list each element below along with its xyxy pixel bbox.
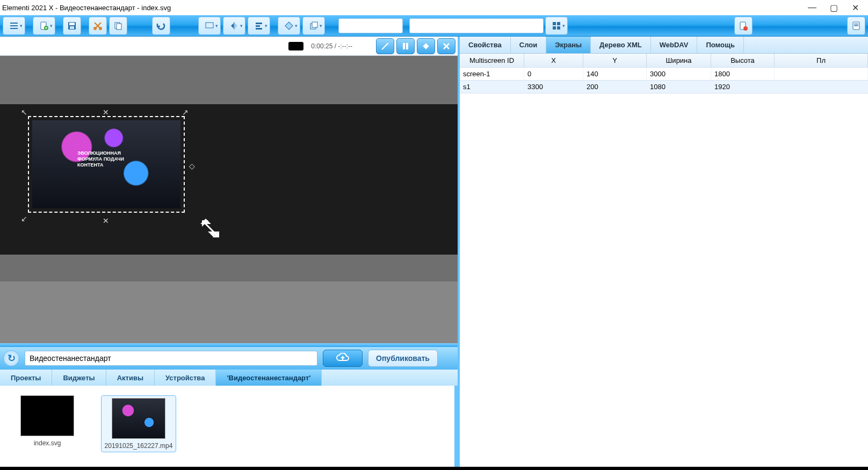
preview-toolbar: 0:00:25 / -:--:-- bbox=[0, 37, 458, 56]
undo-icon bbox=[156, 21, 167, 31]
maximize-button[interactable]: ▢ bbox=[823, 0, 844, 15]
svg-rect-9 bbox=[70, 26, 74, 29]
save-icon bbox=[67, 21, 77, 31]
align-button[interactable] bbox=[248, 17, 270, 35]
tab-properties[interactable]: Свойства bbox=[460, 37, 511, 53]
tab-webdav[interactable]: WebDAV bbox=[651, 37, 698, 53]
diamond-icon bbox=[284, 20, 294, 31]
svg-rect-17 bbox=[256, 28, 262, 30]
handle-top[interactable]: ✕ bbox=[102, 109, 110, 116]
toolbar-field-2[interactable] bbox=[409, 18, 544, 33]
canvas[interactable]: ЭВОЛЮЦИОННАЯ ФОРМУЛА ПОДАЧИ КОНТЕНТА ◇ ◇… bbox=[0, 56, 458, 281]
document-alert-icon bbox=[739, 21, 748, 31]
tab-screens[interactable]: Экраны bbox=[546, 37, 591, 53]
pause-button[interactable] bbox=[396, 38, 415, 54]
preview-time: 0:00:25 / -:--:-- bbox=[311, 42, 352, 50]
cut-button[interactable] bbox=[89, 17, 107, 35]
grid-icon bbox=[552, 21, 561, 31]
svg-rect-23 bbox=[553, 26, 556, 30]
right-tabs: Свойства Слои Экраны Дерево XML WebDAV П… bbox=[460, 37, 868, 54]
grid-button[interactable] bbox=[545, 17, 568, 35]
toolbar-field-1[interactable] bbox=[338, 18, 403, 33]
preview-mini-icon bbox=[288, 42, 303, 50]
svg-rect-16 bbox=[256, 25, 260, 27]
project-name-input[interactable] bbox=[25, 351, 317, 366]
table-row[interactable]: screen-1 0 140 3000 1800 bbox=[460, 68, 868, 81]
cloud-upload-button[interactable] bbox=[323, 350, 363, 367]
handle-right[interactable]: ◇ bbox=[188, 162, 196, 170]
tab-xml-tree[interactable]: Дерево XML bbox=[591, 37, 651, 53]
table-row[interactable]: s1 3300 200 1080 1920 bbox=[460, 81, 868, 93]
layers-icon bbox=[309, 21, 319, 31]
next-button[interactable] bbox=[417, 38, 435, 54]
refresh-button[interactable]: ↻ bbox=[3, 350, 19, 366]
col-last[interactable]: Пл bbox=[775, 54, 868, 67]
asset-panel: index.svg 20191025_162227.mp4 bbox=[0, 386, 458, 467]
new-button[interactable] bbox=[33, 17, 55, 35]
handle-bottom[interactable]: ✕ bbox=[102, 217, 110, 225]
svg-rect-21 bbox=[553, 22, 556, 25]
left-panel: 0:00:25 / -:--:-- ЭВОЛЮЦИОННАЯ bbox=[0, 37, 460, 467]
menu-button[interactable] bbox=[3, 17, 25, 35]
wand-button[interactable] bbox=[376, 38, 394, 54]
screen-icon bbox=[205, 21, 214, 30]
undo-button[interactable] bbox=[152, 17, 170, 35]
svg-rect-31 bbox=[406, 43, 408, 49]
bottom-border bbox=[0, 467, 868, 470]
video-caption: ЭВОЛЮЦИОННАЯ ФОРМУЛА ПОДАЧИ КОНТЕНТА bbox=[77, 150, 124, 168]
tab-help[interactable]: Помощь bbox=[697, 37, 743, 53]
col-height[interactable]: Высота bbox=[711, 54, 775, 67]
svg-rect-18 bbox=[285, 22, 293, 30]
svg-rect-24 bbox=[557, 26, 560, 30]
handle-tr[interactable]: ↗ bbox=[182, 109, 189, 116]
flip-icon bbox=[229, 21, 239, 31]
doc-button[interactable] bbox=[847, 17, 865, 35]
flip-button[interactable] bbox=[223, 17, 245, 35]
close-preview-button[interactable] bbox=[437, 38, 455, 54]
publish-button[interactable]: Опубликовать bbox=[368, 350, 438, 367]
copy-button[interactable] bbox=[109, 17, 127, 35]
col-width[interactable]: Ширина bbox=[647, 54, 711, 67]
tab-current-project[interactable]: 'Видеостенанестандарт' bbox=[216, 370, 322, 386]
shape-button[interactable] bbox=[278, 17, 300, 35]
svg-rect-20 bbox=[312, 22, 317, 27]
layer-button[interactable] bbox=[302, 17, 325, 35]
svg-rect-13 bbox=[117, 24, 121, 30]
tab-projects[interactable]: Проекты bbox=[0, 370, 52, 386]
col-id[interactable]: Multiscreen ID bbox=[460, 54, 524, 67]
tab-assets[interactable]: Активы bbox=[106, 370, 155, 386]
pause-icon bbox=[402, 42, 409, 50]
diamond-play-icon bbox=[422, 42, 430, 50]
publish-button-label: Опубликовать bbox=[376, 354, 430, 363]
h-divider[interactable] bbox=[0, 343, 458, 347]
tab-layers[interactable]: Слои bbox=[511, 37, 546, 53]
cloud-upload-icon bbox=[335, 353, 350, 364]
table-header: Multiscreen ID X Y Ширина Высота Пл bbox=[460, 54, 868, 68]
close-button[interactable]: ✕ bbox=[844, 0, 866, 15]
resize-cursor-icon bbox=[201, 219, 220, 238]
menu-icon bbox=[9, 21, 19, 31]
align-icon bbox=[254, 21, 264, 31]
close-icon bbox=[443, 42, 450, 50]
svg-rect-6 bbox=[46, 27, 47, 29]
asset-thumbnail bbox=[20, 395, 74, 436]
stage[interactable]: ЭВОЛЮЦИОННАЯ ФОРМУЛА ПОДАЧИ КОНТЕНТА ◇ ◇… bbox=[0, 104, 458, 255]
col-x[interactable]: X bbox=[524, 54, 583, 67]
svg-rect-28 bbox=[854, 24, 858, 25]
tab-widgets[interactable]: Виджеты bbox=[52, 370, 106, 386]
selection-box[interactable]: ЭВОЛЮЦИОННАЯ ФОРМУЛА ПОДАЧИ КОНТЕНТА bbox=[28, 116, 185, 213]
handle-tl[interactable]: ↖ bbox=[20, 109, 28, 116]
svg-rect-22 bbox=[557, 22, 560, 25]
asset-label: 20191025_162227.mp4 bbox=[105, 442, 173, 450]
col-y[interactable]: Y bbox=[583, 54, 647, 67]
screen-button[interactable] bbox=[198, 17, 221, 35]
svg-rect-32 bbox=[423, 43, 429, 49]
asset-item[interactable]: index.svg bbox=[10, 395, 85, 447]
asset-item[interactable]: 20191025_162227.mp4 bbox=[101, 395, 176, 452]
doc-warn-button[interactable] bbox=[734, 17, 753, 35]
tab-devices[interactable]: Устройства bbox=[155, 370, 216, 386]
handle-bl[interactable]: ↙ bbox=[20, 215, 28, 222]
window-title: Elementi 2021 X - Видеостенанестандарт -… bbox=[2, 4, 801, 12]
minimize-button[interactable]: — bbox=[801, 0, 823, 15]
save-button[interactable] bbox=[63, 17, 81, 35]
